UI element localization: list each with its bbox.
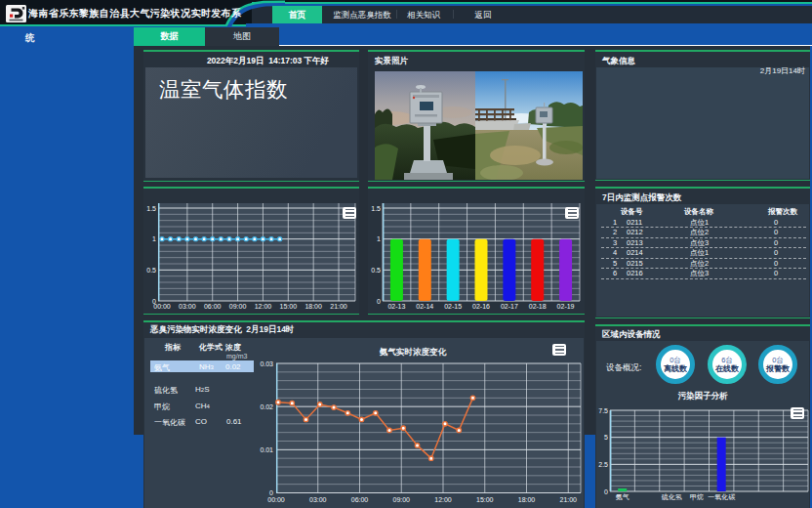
svg-text:0.5: 0.5: [371, 267, 381, 274]
svg-text:02-17: 02-17: [501, 303, 518, 310]
svg-text:02-15: 02-15: [444, 303, 462, 310]
svg-text:一氧化碳: 一氧化碳: [708, 493, 735, 501]
svg-text:2.5: 2.5: [598, 461, 608, 468]
svg-text:15:00: 15:00: [476, 496, 494, 503]
svg-text:21:00: 21:00: [559, 496, 577, 503]
svg-text:硫化氢: 硫化氢: [661, 493, 682, 501]
svg-text:0.03: 0.03: [260, 360, 273, 367]
svg-text:06:00: 06:00: [351, 496, 369, 503]
svg-text:00:00: 00:00: [153, 303, 171, 310]
svg-text:09:00: 09:00: [229, 303, 247, 310]
svg-text:18:00: 18:00: [518, 496, 536, 503]
svg-text:1.5: 1.5: [371, 205, 381, 212]
svg-text:03:00: 03:00: [309, 496, 327, 503]
svg-text:00:00: 00:00: [267, 496, 285, 503]
svg-text:02-19: 02-19: [557, 303, 575, 310]
svg-text:0.01: 0.01: [260, 446, 273, 453]
svg-text:02-18: 02-18: [529, 303, 547, 310]
svg-text:甲烷: 甲烷: [690, 493, 704, 501]
svg-text:06:00: 06:00: [204, 303, 222, 310]
svg-text:12:00: 12:00: [434, 496, 452, 503]
svg-text:12:00: 12:00: [255, 303, 272, 310]
svg-text:02-13: 02-13: [387, 303, 405, 310]
svg-text:18:00: 18:00: [304, 303, 322, 310]
svg-text:15:00: 15:00: [280, 303, 298, 310]
svg-text:09:00: 09:00: [392, 496, 410, 503]
svg-text:0: 0: [604, 488, 608, 495]
svg-text:0.5: 0.5: [146, 267, 156, 274]
svg-text:0.02: 0.02: [260, 403, 273, 410]
svg-text:02-14: 02-14: [416, 303, 433, 310]
svg-text:1.5: 1.5: [146, 205, 156, 212]
svg-text:7.5: 7.5: [598, 407, 608, 414]
svg-text:02-16: 02-16: [472, 303, 490, 310]
svg-text:1: 1: [377, 235, 381, 242]
svg-text:21:00: 21:00: [330, 303, 347, 310]
svg-text:03:00: 03:00: [179, 303, 196, 310]
svg-text:0: 0: [377, 298, 381, 305]
svg-text:1: 1: [152, 235, 156, 242]
svg-text:5: 5: [604, 434, 608, 441]
svg-text:氨气: 氨气: [616, 493, 629, 500]
svg-text:0: 0: [269, 489, 273, 496]
